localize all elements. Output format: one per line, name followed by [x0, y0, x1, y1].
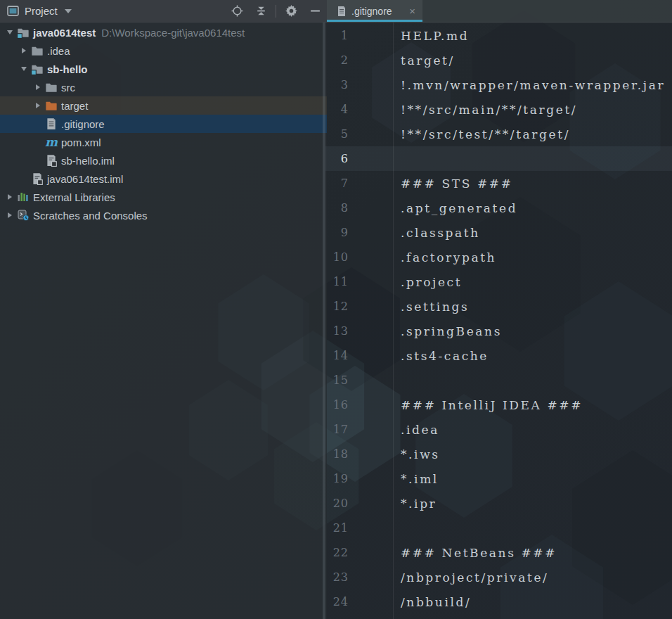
- line-number[interactable]: 20: [325, 497, 349, 510]
- editor-line[interactable]: 7### STS ###: [325, 171, 672, 196]
- code-text[interactable]: .project: [401, 275, 462, 289]
- expand-arrow-icon[interactable]: [32, 96, 44, 115]
- code-text[interactable]: !**/src/test/**/target/: [401, 127, 570, 141]
- editor-line[interactable]: 12.settings: [325, 294, 672, 319]
- hide-panel-button[interactable]: [307, 4, 323, 19]
- editor-line[interactable]: 20*.ipr: [325, 491, 672, 516]
- line-number[interactable]: 16: [325, 398, 349, 411]
- editor-line[interactable]: 8.apt_generated: [325, 196, 672, 220]
- collapse-all-button[interactable]: [253, 4, 269, 19]
- editor-line[interactable]: 5!**/src/test/**/target/: [325, 122, 672, 146]
- collapse-arrow-icon[interactable]: [18, 60, 30, 78]
- line-number[interactable]: 10: [325, 250, 349, 264]
- locate-file-button[interactable]: [229, 4, 245, 19]
- tree-item-idea[interactable]: .idea: [0, 42, 327, 60]
- code-text[interactable]: .factorypath: [401, 250, 496, 264]
- tree-item-label: java0614test: [33, 27, 96, 39]
- line-number[interactable]: 22: [325, 546, 349, 559]
- tree-item-gitignore[interactable]: .gitignore: [0, 115, 327, 133]
- code-text[interactable]: *.iws: [401, 447, 440, 461]
- tree-item-label: External Libraries: [33, 191, 115, 203]
- editor-line[interactable]: 11.project: [325, 269, 672, 294]
- code-text[interactable]: /nbproject/private/: [401, 570, 548, 585]
- expand-arrow-icon[interactable]: [4, 206, 15, 224]
- line-number[interactable]: 13: [325, 324, 349, 338]
- code-text[interactable]: HELP.md: [401, 29, 469, 43]
- code-text[interactable]: .springBeans: [401, 324, 502, 338]
- chevron-down-icon[interactable]: [65, 9, 72, 13]
- line-number[interactable]: 15: [325, 374, 349, 387]
- code-text[interactable]: .apt_generated: [401, 201, 517, 215]
- editor-line[interactable]: 17.idea: [325, 417, 672, 442]
- code-text[interactable]: .sts4-cache: [401, 349, 489, 363]
- expand-arrow-icon[interactable]: [18, 42, 30, 60]
- editor-pane[interactable]: 1HELP.md2target/3!.mvn/wrapper/maven-wra…: [325, 23, 672, 619]
- tree-item-src[interactable]: src: [0, 78, 327, 96]
- line-number[interactable]: 17: [325, 423, 349, 436]
- line-number[interactable]: 23: [325, 570, 349, 584]
- tree-item-sb-hello-iml[interactable]: sb-hello.iml: [0, 151, 327, 170]
- line-number[interactable]: 18: [325, 447, 349, 461]
- editor-line[interactable]: 22### NetBeans ###: [325, 540, 672, 565]
- code-text[interactable]: *.ipr: [401, 497, 437, 511]
- folder-icon: [31, 44, 44, 57]
- line-number[interactable]: 12: [325, 300, 349, 313]
- editor-line[interactable]: 15: [325, 368, 672, 393]
- editor-line[interactable]: 19*.iml: [325, 466, 672, 491]
- editor-line[interactable]: 6: [325, 146, 672, 171]
- editor-line[interactable]: 24/nbbuild/: [325, 589, 672, 614]
- code-text[interactable]: ### IntelliJ IDEA ###: [401, 398, 583, 412]
- editor-line[interactable]: 21: [325, 516, 672, 540]
- line-number[interactable]: 11: [325, 275, 349, 288]
- tree-item-pom-xml[interactable]: mpom.xml: [0, 133, 327, 151]
- tree-item-sb-hello[interactable]: sb-hello: [0, 60, 327, 78]
- editor-line[interactable]: 1HELP.md: [325, 23, 672, 48]
- code-text[interactable]: target/: [401, 53, 455, 68]
- code-text[interactable]: ### NetBeans ###: [401, 546, 557, 560]
- code-text[interactable]: !**/src/main/**/target/: [401, 103, 577, 117]
- editor-line[interactable]: 4!**/src/main/**/target/: [325, 97, 672, 122]
- line-number[interactable]: 5: [325, 127, 349, 141]
- editor-line[interactable]: 16### IntelliJ IDEA ###: [325, 393, 672, 417]
- code-text[interactable]: *.iml: [401, 472, 439, 486]
- line-number[interactable]: 24: [325, 595, 349, 608]
- line-number[interactable]: 8: [325, 201, 349, 215]
- line-number[interactable]: 14: [325, 349, 349, 362]
- settings-gear-button[interactable]: [283, 4, 299, 19]
- line-number[interactable]: 6: [325, 152, 349, 165]
- editor-line[interactable]: 9.classpath: [325, 220, 672, 245]
- expand-arrow-icon[interactable]: [32, 78, 44, 96]
- line-number[interactable]: 1: [325, 29, 349, 42]
- close-icon[interactable]: ×: [409, 6, 415, 16]
- editor-line[interactable]: 18*.iws: [325, 442, 672, 466]
- code-text[interactable]: .idea: [401, 423, 439, 437]
- tree-item-target[interactable]: target: [0, 96, 327, 115]
- code-text[interactable]: ### STS ###: [401, 177, 513, 191]
- collapse-arrow-icon[interactable]: [4, 23, 15, 42]
- code-text[interactable]: .settings: [401, 300, 469, 314]
- line-number[interactable]: 2: [325, 53, 349, 67]
- code-text[interactable]: /nbbuild/: [401, 595, 471, 609]
- tree-item-external-libraries[interactable]: External Libraries: [0, 188, 327, 206]
- line-number[interactable]: 21: [325, 521, 349, 535]
- editor-line[interactable]: 2target/: [325, 48, 672, 72]
- tree-item-label: target: [61, 100, 88, 112]
- tab-gitignore[interactable]: .gitignore ×: [327, 0, 422, 22]
- code-text[interactable]: .classpath: [401, 226, 480, 240]
- line-number[interactable]: 9: [325, 226, 349, 239]
- tree-item-scratches-and-consoles[interactable]: Scratches and Consoles: [0, 206, 327, 224]
- line-number[interactable]: 19: [325, 472, 349, 485]
- tree-item-java0614test[interactable]: java0614testD:\Workspace-git\java0614tes…: [0, 23, 327, 42]
- tree-item-java0614test-iml[interactable]: java0614test.iml: [0, 170, 327, 188]
- editor-line[interactable]: 23/nbproject/private/: [325, 565, 672, 589]
- editor-line[interactable]: 10.factorypath: [325, 245, 672, 269]
- panel-splitter[interactable]: [323, 23, 325, 619]
- line-number[interactable]: 7: [325, 177, 349, 190]
- editor-line[interactable]: 13.springBeans: [325, 319, 672, 343]
- editor-line[interactable]: 14.sts4-cache: [325, 343, 672, 368]
- code-text[interactable]: !.mvn/wrapper/maven-wrapper.jar: [401, 78, 665, 92]
- line-number[interactable]: 3: [325, 78, 349, 91]
- line-number[interactable]: 4: [325, 103, 349, 116]
- editor-line[interactable]: 3!.mvn/wrapper/maven-wrapper.jar: [325, 72, 672, 97]
- expand-arrow-icon[interactable]: [4, 188, 15, 206]
